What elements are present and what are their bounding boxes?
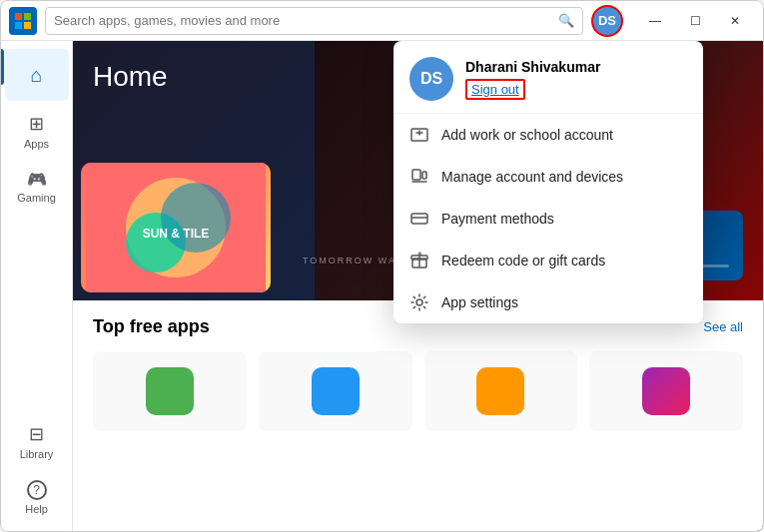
sidebar: ⌂ ⊞ Apps 🎮 Gaming ⊟ Library ? Help	[1, 41, 73, 531]
app-settings-label: App settings	[441, 294, 518, 310]
svg-rect-3	[24, 22, 31, 29]
sign-out-link[interactable]: Sign out	[465, 79, 525, 100]
payment-icon	[409, 209, 429, 229]
search-bar[interactable]: 🔍	[45, 7, 583, 35]
redeem-label: Redeem code or gift cards	[441, 253, 605, 268]
manage-label: Manage account and devices	[441, 169, 623, 185]
apps-icon: ⊞	[29, 113, 44, 135]
sidebar-item-apps[interactable]: ⊞ Apps	[5, 105, 69, 157]
minimize-button[interactable]: —	[635, 5, 675, 37]
gaming-icon: 🎮	[27, 170, 47, 189]
dropdown-header: DS Dharani Shivakumar Sign out	[393, 41, 703, 114]
home-icon: ⌂	[30, 64, 42, 87]
maximize-button[interactable]: ☐	[675, 5, 715, 37]
dropdown-item-payment[interactable]: Payment methods	[393, 198, 703, 240]
sidebar-item-gaming-label: Gaming	[17, 192, 56, 204]
svg-point-17	[416, 299, 422, 305]
app-window: 🔍 DS — ☐ ✕ ⌂ ⊞ Apps 🎮 Gaming	[0, 0, 764, 532]
dropdown-avatar: DS	[409, 57, 453, 101]
svg-rect-2	[15, 22, 22, 29]
search-icon: 🔍	[558, 13, 574, 28]
user-avatar-button[interactable]: DS	[591, 5, 623, 37]
sidebar-item-library[interactable]: ⊟ Library	[5, 415, 69, 467]
sidebar-item-home[interactable]: ⌂	[5, 49, 69, 101]
settings-icon	[409, 292, 429, 312]
dropdown-item-manage[interactable]: Manage account and devices	[393, 156, 703, 198]
sidebar-item-gaming[interactable]: 🎮 Gaming	[5, 161, 69, 213]
user-dropdown-menu: DS Dharani Shivakumar Sign out	[393, 41, 703, 323]
help-icon: ?	[27, 480, 47, 500]
sidebar-item-apps-label: Apps	[24, 138, 49, 150]
content-area: Home SUN & TILE	[73, 41, 763, 531]
dropdown-username: Dharani Shivakumar	[465, 59, 687, 75]
dropdown-user-info: Dharani Shivakumar Sign out	[465, 59, 687, 100]
svg-rect-13	[422, 172, 426, 179]
add-work-label: Add work or school account	[441, 127, 613, 143]
active-indicator	[1, 49, 4, 85]
add-work-icon	[409, 125, 429, 145]
gift-icon	[409, 251, 429, 270]
sidebar-item-help-label: Help	[25, 503, 48, 515]
dropdown-item-redeem[interactable]: Redeem code or gift cards	[393, 240, 703, 281]
sidebar-item-library-label: Library	[20, 448, 54, 460]
library-icon: ⊟	[29, 423, 44, 445]
titlebar: 🔍 DS — ☐ ✕	[1, 1, 763, 41]
dropdown-item-settings[interactable]: App settings	[393, 281, 703, 323]
payment-label: Payment methods	[441, 211, 554, 227]
svg-rect-0	[15, 13, 22, 20]
svg-rect-12	[412, 170, 420, 180]
ms-store-logo	[9, 7, 37, 35]
svg-rect-14	[411, 214, 427, 224]
window-controls: — ☐ ✕	[635, 5, 755, 37]
main-area: ⌂ ⊞ Apps 🎮 Gaming ⊟ Library ? Help	[1, 41, 763, 531]
sidebar-item-help[interactable]: ? Help	[5, 471, 69, 523]
dropdown-item-add-work[interactable]: Add work or school account	[393, 114, 703, 156]
search-input[interactable]	[54, 13, 552, 28]
close-button[interactable]: ✕	[715, 5, 755, 37]
svg-rect-1	[24, 13, 31, 20]
dropdown-overlay: DS Dharani Shivakumar Sign out	[73, 41, 763, 531]
manage-icon	[409, 167, 429, 187]
